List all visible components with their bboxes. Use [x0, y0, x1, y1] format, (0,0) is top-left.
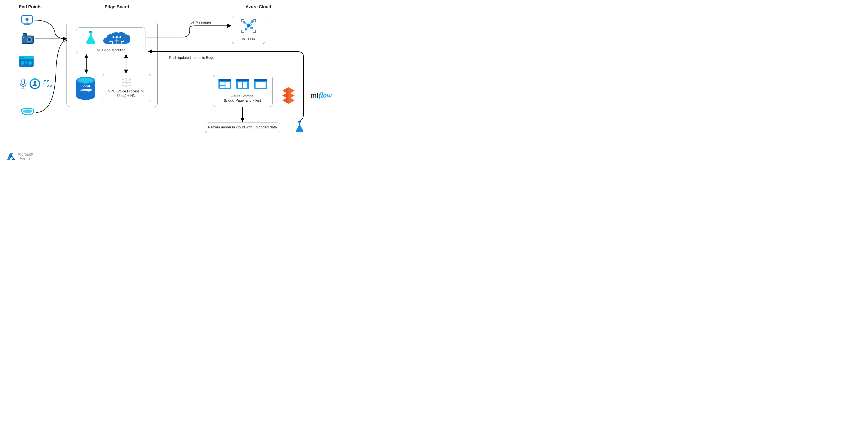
header-edge-board: Edge Board	[105, 4, 129, 9]
endpoint-profile-icon	[29, 78, 40, 90]
svg-rect-35	[220, 86, 224, 88]
svg-rect-66	[22, 79, 24, 85]
logo-azure: Azure	[18, 156, 33, 161]
microsoft-azure-logo: Microsoft Azure	[7, 152, 33, 161]
svg-point-4	[110, 40, 111, 42]
mlflow-flow: flow	[318, 91, 332, 99]
azure-storage-label-1: Azure Storage	[213, 94, 272, 98]
svg-point-28	[245, 28, 247, 31]
svg-rect-39	[243, 82, 247, 88]
svg-rect-33	[220, 82, 224, 85]
svg-point-71	[23, 110, 32, 113]
storage-block-icon	[218, 79, 231, 90]
svg-point-19	[125, 86, 127, 87]
svg-rect-32	[218, 79, 231, 81]
label-push-model: Push updated model to Edge	[169, 56, 226, 60]
endpoint-shapes-icon	[19, 56, 34, 68]
svg-point-2	[113, 36, 114, 38]
iot-hub-label: IoT Hub	[232, 37, 265, 41]
local-storage-label: Local Storage	[74, 84, 98, 92]
endpoint-touch-icon	[21, 14, 33, 27]
svg-point-57	[28, 38, 31, 41]
vpu-label-1: VPU (Voice Processing	[102, 89, 151, 93]
svg-point-70	[34, 81, 36, 84]
flask-icon	[84, 31, 97, 46]
svg-rect-58	[23, 37, 24, 38]
svg-point-22	[129, 85, 131, 86]
endpoint-mic-icon	[19, 78, 28, 91]
databricks-icon	[279, 87, 298, 107]
svg-rect-63	[21, 61, 24, 64]
svg-point-5	[123, 40, 124, 42]
mlflow-logo: mlflow	[311, 91, 332, 99]
svg-point-20	[129, 79, 131, 80]
svg-point-3	[120, 36, 121, 38]
storage-page-icon	[236, 79, 249, 90]
svg-rect-41	[254, 79, 267, 81]
svg-point-17	[125, 78, 127, 79]
azure-mark-icon	[7, 152, 16, 161]
storage-files-icon	[254, 79, 267, 90]
diagram-canvas: End Points Edge Board Azure Cloud IoT Ed…	[0, 0, 340, 165]
iot-edge-modules-label: IoT Edge Modules	[76, 48, 145, 52]
svg-point-21	[129, 82, 131, 83]
svg-rect-37	[236, 79, 249, 81]
neural-network-icon	[121, 77, 131, 89]
svg-rect-34	[225, 82, 230, 88]
mlflow-ml: ml	[311, 92, 318, 99]
svg-point-16	[122, 85, 124, 86]
endpoint-hololens-icon	[21, 107, 35, 119]
azure-storage-label-2: (Block, Page, and Files)	[213, 98, 272, 102]
svg-point-7	[79, 78, 93, 83]
svg-rect-42	[255, 82, 266, 88]
svg-marker-48	[288, 97, 294, 104]
header-endpoints: End Points	[19, 4, 41, 9]
endpoint-quotes-icon	[42, 79, 53, 89]
svg-rect-62	[22, 57, 24, 58]
edge-device-icon	[102, 31, 132, 47]
label-iot-messages: IoT Messages	[190, 21, 220, 24]
svg-point-29	[250, 27, 253, 29]
azure-ml-flask-icon	[294, 121, 305, 134]
svg-point-30	[247, 24, 250, 27]
svg-rect-0	[89, 31, 92, 32]
vpu-label-2: Units) + NN	[102, 94, 151, 98]
svg-point-65	[28, 61, 32, 65]
svg-point-1	[116, 36, 118, 38]
svg-rect-55	[23, 34, 27, 36]
logo-microsoft: Microsoft	[18, 152, 33, 156]
svg-point-26	[243, 21, 246, 24]
svg-point-15	[122, 82, 124, 83]
endpoint-camera-icon	[21, 33, 34, 46]
svg-point-18	[125, 82, 127, 83]
svg-point-27	[251, 20, 254, 23]
svg-point-14	[122, 79, 124, 80]
iot-hub-icon	[240, 18, 257, 34]
svg-rect-49	[298, 121, 301, 122]
svg-rect-38	[238, 82, 242, 88]
retrain-label: Retrain model in cloud with uploaded dat…	[205, 125, 280, 129]
header-azure-cloud: Azure Cloud	[246, 4, 271, 9]
svg-rect-61	[20, 57, 21, 58]
